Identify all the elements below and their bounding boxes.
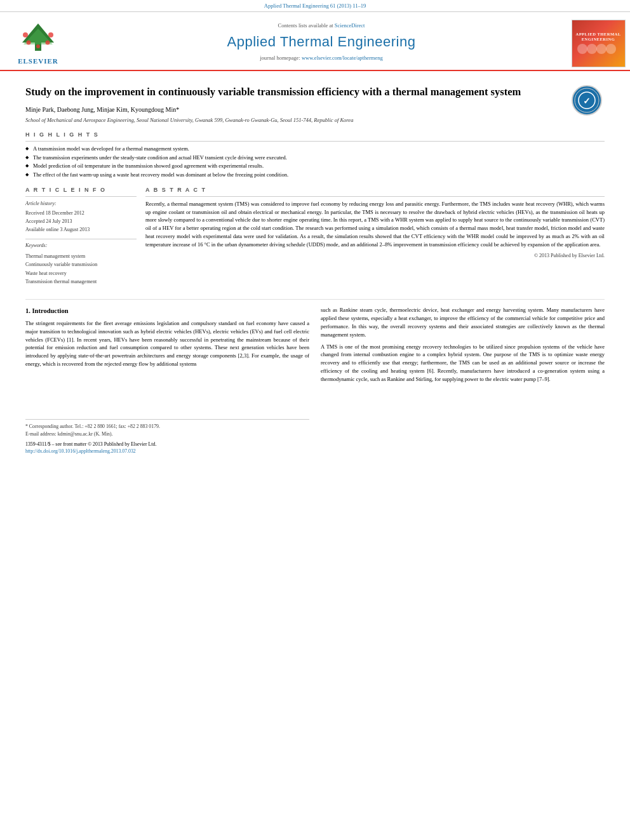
journal-citation: Applied Thermal Engineering 61 (2013) 11…	[264, 3, 366, 9]
authors: Minje Park, Daebong Jung, Minjae Kim, Ky…	[25, 105, 605, 114]
history-section: Article history: Received 18 December 20…	[25, 200, 137, 234]
article-info-header: A R T I C L E I N F O	[25, 186, 137, 197]
doi-line: http://dx.doi.org/10.1016/j.applthermale…	[25, 448, 309, 455]
highlights-header: H I G H L I G H T S	[25, 131, 605, 142]
header-center: Contents lists available at ScienceDirec…	[76, 17, 566, 70]
header-left: ELSEVIER	[0, 17, 76, 70]
sciencedirect-link-text[interactable]: ScienceDirect	[335, 22, 365, 29]
footer-links: 1359-4311/$ – see front matter © 2013 Pu…	[25, 441, 309, 455]
section-title-text: Introduction	[32, 307, 69, 314]
svg-point-9	[587, 44, 597, 54]
elsevier-logo-icon	[10, 22, 67, 54]
svg-point-7	[36, 44, 40, 48]
elsevier-label: ELSEVIER	[18, 57, 58, 66]
highlight-item-3: Model prediction of oil temperature in t…	[25, 162, 605, 171]
journal-homepage: journal homepage: www.elsevier.com/locat…	[260, 55, 382, 62]
thumbnail-text: APPLIED THERMAL ENGINEERING	[575, 32, 622, 43]
svg-point-6	[46, 40, 50, 44]
footnotes: * Corresponding author. Tel.: +82 2 880 …	[25, 419, 309, 437]
corresponding-footnote: * Corresponding author. Tel.: +82 2 880 …	[25, 423, 309, 430]
crossmark-badge: ✓	[572, 85, 605, 118]
affiliation: School of Mechanical and Aerospace Engin…	[25, 117, 605, 124]
intro-paragraph-2: such as Rankine steam cycle, thermoelect…	[321, 306, 605, 339]
crossmark-svg-icon: ✓	[574, 88, 600, 113]
svg-point-11	[606, 44, 616, 54]
body-section: 1. Introduction The stringent requiremen…	[25, 306, 605, 455]
intro-paragraph-3: A TMS is one of the most promising energ…	[321, 343, 605, 384]
keywords-section: Keywords: Thermal management system Cont…	[25, 242, 137, 286]
highlights-section: H I G H L I G H T S A transmission model…	[25, 131, 605, 180]
article-title: Study on the improvement in continuously…	[25, 85, 605, 99]
homepage-url[interactable]: www.elsevier.com/locate/apthermeng	[302, 55, 383, 61]
body-col-left: 1. Introduction The stringent requiremen…	[25, 306, 309, 455]
issn-line: 1359-4311/$ – see front matter © 2013 Pu…	[25, 441, 309, 448]
body-col-right: such as Rankine steam cycle, thermoelect…	[321, 306, 605, 455]
svg-text:✓: ✓	[583, 97, 591, 106]
sciencedirect-line: Contents lists available at ScienceDirec…	[278, 22, 365, 30]
svg-point-10	[596, 44, 607, 54]
keywords-label: Keywords:	[25, 242, 137, 249]
keyword-3: Waste heat recovery	[25, 269, 137, 278]
highlight-item-1: A transmission model was developed for a…	[25, 145, 605, 154]
body-divider	[25, 299, 605, 300]
journal-header: ELSEVIER Contents lists available at Sci…	[0, 12, 630, 71]
received-date: Received 18 December 2012	[25, 210, 137, 218]
accepted-date: Accepted 24 July 2013	[25, 218, 137, 226]
section-number: 1.	[25, 307, 30, 314]
available-date: Available online 3 August 2013	[25, 226, 137, 234]
abstract-text: Recently, a thermal management system (T…	[145, 200, 605, 249]
journal-top-bar: Applied Thermal Engineering 61 (2013) 11…	[0, 0, 630, 12]
abstract-col: A B S T R A C T Recently, a thermal mana…	[145, 186, 605, 291]
history-label: Article history:	[25, 200, 137, 207]
intro-paragraph-1: The stringent requirements for the fleet…	[25, 319, 309, 368]
highlight-item-4: The effect of the fast warm-up using a w…	[25, 171, 605, 180]
svg-point-5	[27, 40, 31, 44]
doi-link[interactable]: http://dx.doi.org/10.1016/j.applthermale…	[25, 448, 136, 454]
content-area: Study on the improvement in continuously…	[0, 71, 630, 463]
abstract-header: A B S T R A C T	[145, 186, 605, 197]
divider-1	[25, 239, 137, 239]
article-info-col: A R T I C L E I N F O Article history: R…	[25, 186, 137, 291]
page: Applied Thermal Engineering 61 (2013) 11…	[0, 0, 630, 840]
svg-point-8	[577, 44, 587, 54]
journal-title: Applied Thermal Engineering	[227, 32, 416, 52]
header-right: APPLIED THERMAL ENGINEERING	[566, 17, 630, 70]
keyword-4: Transmission thermal management	[25, 277, 137, 286]
svg-point-4	[48, 32, 53, 37]
crossmark-icon: ✓	[572, 85, 602, 116]
keyword-1: Thermal management system	[25, 252, 137, 261]
highlight-item-2: The transmission experiments under the s…	[25, 154, 605, 163]
svg-point-3	[23, 32, 28, 37]
info-abstract-section: A R T I C L E I N F O Article history: R…	[25, 186, 605, 291]
journal-thumbnail: APPLIED THERMAL ENGINEERING	[572, 20, 626, 67]
copyright-line: © 2013 Published by Elsevier Ltd.	[145, 252, 605, 259]
email-footnote: E-mail address: kdmin@snu.ac.kr (K. Min)…	[25, 430, 309, 438]
thumbnail-decoration-icon	[576, 43, 620, 55]
intro-title: 1. Introduction	[25, 306, 309, 316]
keyword-2: Continuously variable transmission	[25, 260, 137, 269]
